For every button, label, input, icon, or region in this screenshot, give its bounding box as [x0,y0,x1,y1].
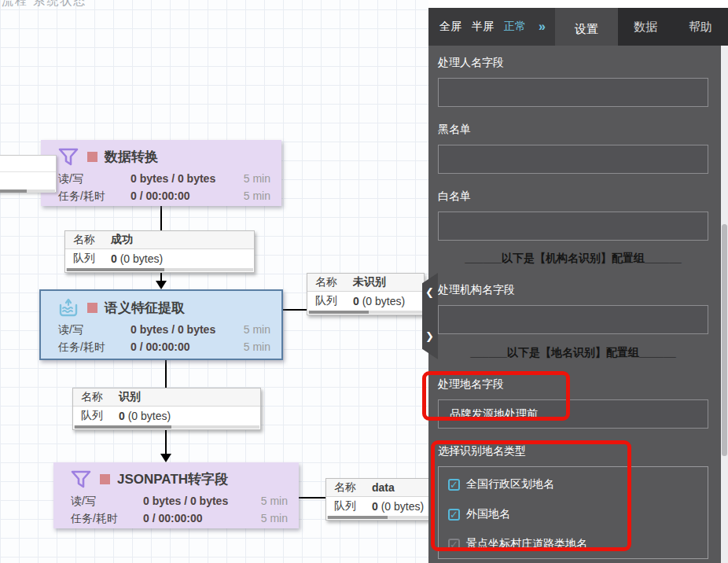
edge-semantic-to-unrecognized [281,309,308,311]
status-square-icon [87,152,97,162]
queue-name: 成功 [111,233,133,247]
queue-table-data[interactable]: 名称data 队列0 (0 bytes) [325,478,428,521]
stat-time: 5 min [244,172,270,186]
stat-time: 5 min [244,340,270,354]
stat-time: 5 min [244,190,270,203]
funnel-icon [69,469,93,490]
stat-label: 读/写 [58,323,131,337]
queue-name: 未识别 [353,275,386,289]
queue-count: 0 (0 bytes) [353,295,405,307]
mini-scrollbar[interactable] [327,516,428,519]
settings-form: 处理人名字段 黑名单 白名单 ______以下是【机构名识别】配置组______… [428,46,728,563]
mini-scrollbar[interactable] [66,268,253,271]
queue-col-name: 名称 [73,233,111,247]
stat-value: 0 / 00:00:00 [131,340,190,354]
edge-jsonpath-to-data [297,497,326,499]
queue-name: 识别 [119,390,141,404]
workflow-editor: 流程 系统状态 数据转换 读/写0 bytes / 0 bytes5 min 任… [0,0,728,563]
mini-scrollbar[interactable] [0,190,55,193]
status-square-icon [87,303,97,313]
checkbox-icon[interactable]: ✓ [448,509,460,521]
queue-col-name: 名称 [315,275,353,289]
stat-label: 任务/耗时 [58,340,131,354]
stat-value: 0 / 00:00:00 [143,512,203,525]
chevron-left-icon[interactable]: ❮ [425,287,434,297]
extract-icon [57,298,80,318]
panel-header: 全屏 半屏 正常 » 设置 数据 帮助 [428,8,728,46]
section-header-place: ______以下是【地名识别】配置组______ [438,346,708,360]
stat-value: 0 bytes / 0 bytes [131,323,215,337]
stat-value: 0 bytes / 0 bytes [143,495,228,508]
node-jsonpath-field[interactable]: JSONPATH转字段 读/写0 bytes / 0 bytes5 min 任务… [53,462,299,528]
place-type-label: 选择识别地名类型 [438,444,708,458]
mini-scrollbar[interactable] [308,311,423,314]
checkbox-icon[interactable]: ✓ [448,539,460,550]
org-name-field-input[interactable] [438,305,708,334]
checkbox-scenic-village-road[interactable]: ✓ 景点坐标村庄道路类地名 [448,537,698,551]
normal-size-link[interactable]: 正常 [504,20,526,34]
section-header-org: ______以下是【机构名识别】配置组______ [438,252,708,266]
panel-collapse-handle[interactable]: ❮ ❯ [422,273,438,359]
stat-label: 任务/耗时 [71,512,143,525]
tab-help[interactable]: 帮助 [689,8,712,46]
tab-data[interactable]: 数据 [634,8,657,46]
queue-table-success[interactable]: 名称成功 队列0 (0 bytes) [64,230,255,273]
mini-scrollbar[interactable] [74,425,259,429]
queue-count: 0 (0 bytes) [372,500,424,513]
funnel-icon [57,147,80,167]
scrollbar-thumb[interactable] [722,224,727,456]
queue-col-queue: 队列 [334,499,372,513]
clipped-breadcrumb: 流程 系统状态 [2,0,86,9]
queue-count: 0 (0 bytes) [111,252,163,265]
person-name-field-input[interactable] [438,78,708,107]
node-data-transform[interactable]: 数据转换 读/写0 bytes / 0 bytes5 min 任务/耗时0 / … [41,140,281,206]
node-title: 数据转换 [105,148,158,166]
org-name-field-label: 处理机构名字段 [438,283,708,297]
queue-col-name: 名称 [334,480,372,495]
queue-col-name: 名称 [81,390,119,404]
blacklist-input[interactable] [438,145,708,174]
stat-value: 0 / 00:00:00 [131,190,190,203]
place-name-field-label: 处理地名字段 [438,377,708,392]
person-name-field-label: 处理人名字段 [438,56,708,70]
settings-panel: 全屏 半屏 正常 » 设置 数据 帮助 处理人名字段 黑名单 白名单 _____… [428,0,728,563]
stat-label: 任务/耗时 [58,190,131,203]
queue-count: 0 (0 bytes) [119,410,171,422]
tab-settings[interactable]: 设置 [555,8,618,50]
chevron-right-icon[interactable]: ❯ [425,331,434,341]
blacklist-label: 黑名单 [438,123,708,137]
stat-time: 5 min [244,323,270,337]
tab-group: 数据 帮助 [618,8,728,46]
stat-label: 读/写 [58,172,131,186]
arrowhead-icon [156,281,167,289]
queue-table-recognized[interactable]: 名称识别 队列0 (0 bytes) [72,388,261,430]
queue-col-queue: 队列 [81,409,119,423]
fullscreen-link[interactable]: 全屏 [439,20,461,34]
checkbox-national-region[interactable]: ✓ 全国行政区划地名 [448,477,698,491]
node-semantic-extract[interactable]: 语义特征提取 读/写0 bytes / 0 bytes5 min 任务/耗时0 … [39,289,283,360]
whitelist-input[interactable] [438,212,708,241]
flow-canvas[interactable]: 流程 系统状态 数据转换 读/写0 bytes / 0 bytes5 min 任… [0,0,428,563]
whitelist-label: 白名单 [438,190,708,204]
stat-value: 0 bytes / 0 bytes [131,172,215,186]
halfscreen-link[interactable]: 半屏 [472,20,494,34]
clipped-queue-table[interactable] [0,155,57,193]
checkbox-label: 全国行政区划地名 [466,477,554,491]
panel-scrollbar[interactable] [721,46,728,563]
checkbox-foreign-place[interactable]: ✓ 外国地名 [448,507,698,521]
node-title: JSONPATH转字段 [117,470,228,488]
checkbox-label: 外国地名 [466,507,510,521]
queue-name: data [372,481,395,494]
arrowhead-icon [160,454,171,462]
stat-time: 5 min [261,495,288,508]
place-name-field-input[interactable] [438,399,708,429]
queue-col-queue: 队列 [315,294,353,308]
node-title: 语义特征提取 [105,299,185,317]
checkbox-icon[interactable]: ✓ [448,479,460,491]
stat-time: 5 min [261,512,288,525]
double-chevron-right-icon[interactable]: » [539,20,546,34]
checkbox-label: 景点坐标村庄道路类地名 [466,537,587,551]
panel-size-toolbar: 全屏 半屏 正常 » [428,8,555,46]
queue-table-unrecognized[interactable]: 名称未识别 队列0 (0 bytes) [307,273,425,315]
queue-col-queue: 队列 [73,252,111,266]
